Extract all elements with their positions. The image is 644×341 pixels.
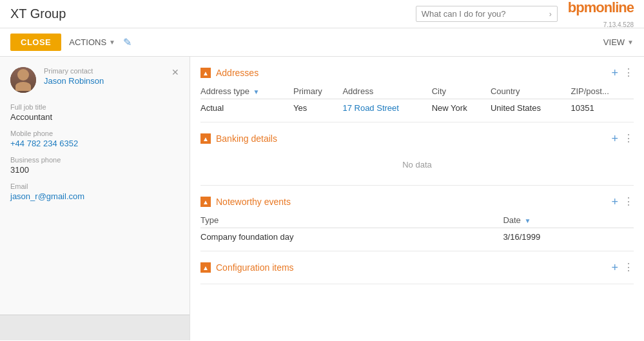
addresses-title: Addresses (216, 68, 606, 78)
addresses-table-header-row: Address type ▼ Primary Address City Coun… (200, 84, 634, 99)
date-sort-icon[interactable]: ▼ (524, 217, 531, 224)
address-type-cell: Actual (200, 99, 293, 117)
col-primary: Primary (293, 84, 342, 99)
actions-caret-icon: ▼ (109, 39, 115, 46)
config-add-button[interactable]: + (611, 262, 618, 273)
primary-contact-name[interactable]: Jason Robinson (44, 76, 179, 86)
banking-more-button[interactable]: ⋮ (623, 133, 634, 144)
col-type: Type (200, 213, 503, 228)
addresses-toggle[interactable]: ▲ (200, 68, 211, 78)
banking-title: Banking details (216, 133, 606, 144)
email-group: Email jason_r@gmail.com (10, 182, 179, 201)
top-bar: XT Group › bpmonline 7.13.4.528 (0, 0, 644, 28)
config-more-button[interactable]: ⋮ (623, 262, 634, 273)
addresses-table: Address type ▼ Primary Address City Coun… (200, 84, 634, 117)
email-value[interactable]: jason_r@gmail.com (10, 191, 179, 201)
contact-section: Primary contact Jason Robinson ✕ (10, 67, 179, 93)
col-city: City (432, 84, 491, 99)
configuration-items-section: ▲ Configuration items + ⋮ (200, 262, 634, 284)
event-type-cell: Company foundation day (200, 228, 503, 246)
main-layout: Primary contact Jason Robinson ✕ Full jo… (0, 57, 644, 340)
noteworthy-events-section: ▲ Noteworthy events + ⋮ Type Date ▼ (200, 196, 634, 251)
banking-details-section: ▲ Banking details + ⋮ No data (200, 133, 634, 186)
close-button[interactable]: CLOSE (10, 34, 61, 51)
noteworthy-add-button[interactable]: + (611, 196, 618, 208)
noteworthy-table: Type Date ▼ Company foundation day 3/16/… (200, 213, 634, 246)
contact-close-button[interactable]: ✕ (171, 67, 179, 77)
bpmonline-logo: bpmonline (568, 0, 634, 16)
job-title-group: Full job title Accountant (10, 103, 179, 122)
event-date-cell: 3/16/1999 (503, 228, 634, 246)
country-cell: United States (491, 99, 571, 117)
mobile-phone-label: Mobile phone (10, 130, 179, 137)
actions-button[interactable]: ACTIONS ▼ (69, 37, 115, 47)
app-version: 7.13.4.528 (603, 21, 634, 28)
app-title: XT Group (10, 6, 416, 21)
mobile-phone-value[interactable]: +44 782 234 6352 (10, 139, 179, 148)
addresses-section-header: ▲ Addresses + ⋮ (200, 67, 634, 79)
config-title: Configuration items (216, 262, 606, 273)
primary-cell: Yes (293, 99, 342, 117)
col-zip: ZIP/post... (571, 84, 634, 99)
banking-no-data: No data (200, 150, 634, 180)
search-arrow-icon: › (549, 10, 552, 19)
sidebar: Primary contact Jason Robinson ✕ Full jo… (0, 57, 190, 340)
edit-pencil-button[interactable]: ✎ (123, 36, 132, 48)
city-cell: New York (432, 99, 491, 117)
addresses-add-button[interactable]: + (611, 67, 618, 79)
search-input[interactable] (422, 9, 549, 19)
action-bar: CLOSE ACTIONS ▼ ✎ VIEW ▼ (0, 28, 644, 57)
noteworthy-toggle[interactable]: ▲ (200, 197, 211, 207)
search-bar[interactable]: › (416, 6, 558, 22)
avatar-face (10, 67, 36, 93)
config-toggle[interactable]: ▲ (200, 262, 211, 273)
config-section-header: ▲ Configuration items + ⋮ (200, 262, 634, 273)
business-phone-label: Business phone (10, 156, 179, 164)
col-country: Country (491, 84, 571, 99)
action-bar-left: CLOSE ACTIONS ▼ ✎ (10, 34, 132, 51)
mobile-phone-group: Mobile phone +44 782 234 6352 (10, 130, 179, 148)
job-title-label: Full job title (10, 103, 179, 111)
addresses-more-button[interactable]: ⋮ (623, 68, 634, 78)
content-area: ▲ Addresses + ⋮ Address type ▼ Primary A… (190, 57, 644, 340)
col-date: Date ▼ (503, 213, 634, 228)
noteworthy-table-header-row: Type Date ▼ (200, 213, 634, 228)
noteworthy-more-button[interactable]: ⋮ (623, 197, 634, 207)
col-address: Address (342, 84, 431, 99)
table-row: Actual Yes 17 Road Street New York Unite… (200, 99, 634, 117)
view-caret-icon: ▼ (627, 39, 634, 46)
business-phone-value: 3100 (10, 165, 179, 175)
table-row: Company foundation day 3/16/1999 (200, 228, 634, 246)
zip-cell: 10351 (571, 99, 634, 117)
noteworthy-section-header: ▲ Noteworthy events + ⋮ (200, 196, 634, 208)
view-button[interactable]: VIEW ▼ (603, 37, 634, 47)
banking-add-button[interactable]: + (611, 133, 618, 144)
avatar (10, 67, 36, 93)
primary-contact-label: Primary contact (44, 67, 179, 75)
banking-details-section-header: ▲ Banking details + ⋮ (200, 133, 634, 144)
address-cell[interactable]: 17 Road Street (342, 99, 431, 117)
addresses-section: ▲ Addresses + ⋮ Address type ▼ Primary A… (200, 67, 634, 122)
job-title-value: Accountant (10, 112, 179, 122)
sidebar-footer (0, 315, 190, 340)
contact-info: Primary contact Jason Robinson (44, 67, 179, 86)
business-phone-group: Business phone 3100 (10, 156, 179, 175)
address-type-sort-icon[interactable]: ▼ (253, 88, 260, 95)
email-label: Email (10, 182, 179, 190)
noteworthy-title: Noteworthy events (216, 197, 606, 207)
banking-toggle[interactable]: ▲ (200, 133, 211, 144)
col-address-type: Address type ▼ (200, 84, 293, 99)
